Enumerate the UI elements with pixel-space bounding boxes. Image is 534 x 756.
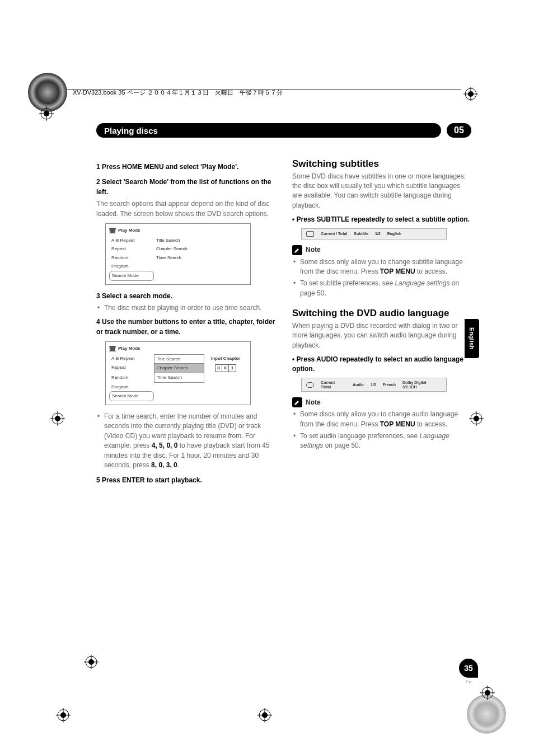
- registration-mark-icon: [50, 411, 65, 426]
- chapter-title-bar: Playing discs 05: [96, 123, 471, 138]
- step-4: 4 Use the number buttons to enter a titl…: [96, 317, 275, 337]
- audio-osd: Current /Total Audio 1/2 French Dolby Di…: [301, 378, 447, 392]
- audio-icon: [306, 382, 314, 388]
- subtitles-body: Some DVD discs have subtitles in one or …: [292, 172, 471, 211]
- language-tab: English: [465, 319, 479, 358]
- menu-item: A-B Repeat: [109, 354, 154, 364]
- menu-item-selected: Chapter Search: [154, 363, 204, 373]
- time-search-bullet: For a time search, enter the number of m…: [96, 412, 275, 470]
- play-mode-screen-1: Play Mode A-B RepeatTitle Search RepeatC…: [105, 223, 251, 285]
- audio-action: • Press AUDIO repeatedly to select an au…: [292, 355, 471, 374]
- subtitle-osd: Current / Total Subtitle 1/2 English: [301, 228, 447, 240]
- page-number: 35: [464, 664, 473, 673]
- registration-mark-icon: [84, 655, 99, 669]
- menu-item: Time Search: [154, 253, 204, 262]
- menu-item: Chapter Search: [154, 245, 204, 253]
- menu-item: Repeat: [109, 363, 154, 373]
- menu-item: Repeat: [109, 245, 154, 253]
- subs-note-1: Some discs only allow you to change subt…: [292, 257, 471, 277]
- registration-mark-icon: [39, 106, 54, 121]
- step-2: 2 Select 'Search Mode' from the list of …: [96, 177, 275, 197]
- menu-item-selected: Search Mode: [109, 271, 154, 281]
- pencil-icon: [292, 397, 302, 407]
- screen-title: Play Mode: [118, 227, 140, 234]
- page-number-badge: 35 En: [459, 659, 478, 678]
- note-label: Note: [306, 398, 321, 407]
- print-corner-mark-br: [467, 694, 506, 734]
- input-label: Input Chapter: [204, 354, 247, 364]
- note-header: Note: [292, 245, 471, 255]
- left-column: 1 Press HOME MENU and select 'Play Mode'…: [96, 159, 275, 488]
- registration-mark-icon: [257, 708, 272, 722]
- note-header: Note: [292, 397, 471, 407]
- pencil-icon: [292, 245, 302, 255]
- menu-item: Time Search: [154, 373, 204, 383]
- menu-item: Program: [109, 262, 154, 271]
- chapter-number: 05: [447, 123, 471, 138]
- menu-item: Title Search: [154, 236, 204, 245]
- chapter-title: Playing discs: [96, 123, 441, 138]
- menu-item: Title Search: [154, 354, 204, 364]
- audio-note-1: Some discs only allow you to change audi…: [292, 410, 471, 429]
- section-heading-subtitles: Switching subtitles: [292, 159, 471, 170]
- registration-mark-icon: [463, 87, 478, 101]
- subs-note-2: To set subtitle preferences, see Languag…: [292, 279, 471, 298]
- play-mode-screen-2: Play Mode A-B RepeatTitle SearchInput Ch…: [105, 341, 251, 405]
- step-3: 3 Select a search mode.: [96, 292, 275, 301]
- audio-body: When playing a DVD disc recorded with di…: [292, 321, 471, 350]
- step-5: 5 Press ENTER to start playback.: [96, 476, 275, 485]
- audio-note-2: To set audio language preferences, see L…: [292, 431, 471, 451]
- menu-item: Random: [109, 253, 154, 262]
- subtitle-icon: [306, 231, 314, 237]
- note-label: Note: [306, 245, 321, 255]
- section-heading-audio: Switching the DVD audio language: [292, 308, 471, 319]
- film-icon: [109, 346, 116, 351]
- step-1: 1 Press HOME MENU and select 'Play Mode'…: [96, 162, 275, 172]
- film-icon: [109, 228, 116, 233]
- right-column: Switching subtitles Some DVD discs have …: [292, 159, 471, 488]
- page-lang: En: [466, 679, 471, 684]
- step-2-body: The search options that appear depend on…: [96, 199, 275, 219]
- content-area: Playing discs 05 English 1 Press HOME ME…: [96, 123, 471, 488]
- subtitles-action: • Press SUBTITLE repeatedly to select a …: [292, 215, 471, 224]
- menu-item-selected: Search Mode: [109, 391, 154, 401]
- menu-item: A-B Repeat: [109, 236, 154, 245]
- menu-item: Random: [109, 373, 154, 383]
- manual-page: XV-DV323.book 35 ページ ２００４年１月１３日 火曜日 午後７時…: [0, 0, 534, 756]
- input-digits: 001: [215, 364, 236, 372]
- screen-title: Play Mode: [118, 345, 140, 352]
- registration-mark-icon: [480, 685, 495, 700]
- registration-mark-icon: [56, 708, 71, 722]
- step-3-bullet: The disc must be playing in order to use…: [96, 303, 275, 313]
- source-file-header: XV-DV323.book 35 ページ ２００４年１月１３日 火曜日 午後７時…: [73, 88, 283, 97]
- menu-item: Program: [109, 383, 154, 392]
